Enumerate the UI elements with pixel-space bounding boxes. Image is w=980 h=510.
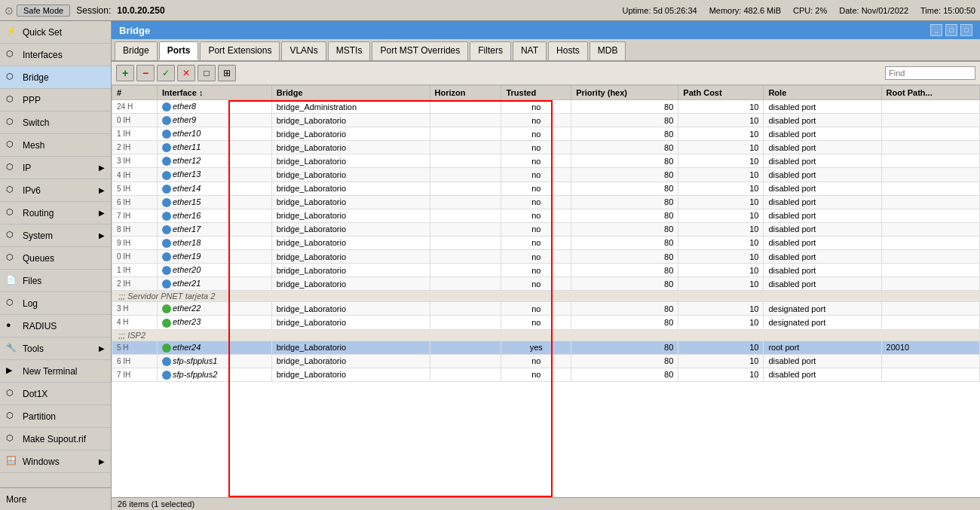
safe-mode-button[interactable]: Safe Mode [17,5,70,17]
sidebar-item-interfaces[interactable]: ⬡ Interfaces [0,44,111,66]
tab-mdb[interactable]: MDB [590,41,626,60]
sidebar-item-system[interactable]: ⬡ System ▶ [0,224,111,247]
table-row[interactable]: 4 IH ether13 bridge_Laboratorio no 80 10… [112,168,980,182]
table-row[interactable]: 3 H ether22 bridge_Laboratorio no 80 10 … [112,302,980,316]
sidebar-item-windows[interactable]: 🪟 Windows ▶ [0,450,111,473]
cell-role: disabled port [764,154,881,168]
tab-ports[interactable]: Ports [159,41,199,60]
remove-button[interactable]: − [136,65,155,81]
table-row[interactable]: 6 IH ether15 bridge_Laboratorio no 80 10… [112,195,980,209]
tab-bridge[interactable]: Bridge [115,41,158,60]
sidebar-item-ip[interactable]: ⬡ IP ▶ [0,157,111,179]
tab-port-mst-overrides[interactable]: Port MST Overrides [372,41,468,60]
table-row[interactable]: 4 H ether23 bridge_Laboratorio no 80 10 … [112,316,980,329]
table-row[interactable]: 0 IH ether19 bridge_Laboratorio no 80 10… [112,250,980,264]
cell-role: disabled port [764,209,881,222]
cell-num: 4 H [112,316,158,329]
table-row[interactable]: 0 IH ether9 bridge_Laboratorio no 80 10 … [112,114,980,127]
sidebar-item-partition[interactable]: ⬡ Partition [0,405,111,428]
cell-interface: ether10 [157,127,271,141]
sidebar-item-radius[interactable]: ● RADIUS [0,315,111,337]
cell-priority: 80 [571,302,678,316]
sidebar-item-switch[interactable]: ⬡ Switch [0,111,111,134]
table-row[interactable]: 5 H ether24 bridge_Laboratorio yes 80 10… [112,341,980,354]
table-row[interactable]: 2 IH ether21 bridge_Laboratorio no 80 10… [112,277,980,291]
table-row[interactable]: 5 IH ether14 bridge_Laboratorio no 80 10… [112,182,980,195]
disable-button[interactable]: ✕ [177,65,195,81]
tab-vlans[interactable]: VLANs [281,41,326,60]
filter-button[interactable]: ⊞ [218,65,236,81]
cell-bridge: bridge_Administration [271,100,430,114]
tab-hosts[interactable]: Hosts [548,41,588,60]
table-row[interactable]: 7 IH sfp-sfpplus2 bridge_Laboratorio no … [112,368,980,381]
tab-filters[interactable]: Filters [470,41,511,60]
enable-button[interactable]: ✓ [157,65,175,81]
minimize-button[interactable]: _ [930,24,942,36]
sidebar-more-button[interactable]: More [0,487,111,510]
table-row[interactable]: 3 IH ether12 bridge_Laboratorio no 80 10… [112,154,980,168]
sidebar-label-switch: Switch [23,118,49,128]
cell-priority: 80 [571,341,678,354]
routing-icon: ⬡ [6,207,18,219]
tab-mstis[interactable]: MSTIs [328,41,371,60]
copy-button[interactable]: □ [198,65,216,81]
cell-num: 3 H [112,302,158,316]
table-row[interactable]: ;;; ISP2 [112,329,980,341]
maximize-button[interactable]: □ [960,24,972,36]
sidebar-item-ppp[interactable]: ⬡ PPP [0,89,111,111]
session-value: 10.0.20.250 [117,5,164,16]
table-row[interactable]: 7 IH ether16 bridge_Laboratorio no 80 10… [112,209,980,222]
table-row[interactable]: 24 H ether8 bridge_Administration no 80 … [112,100,980,114]
table-row[interactable]: 2 IH ether11 bridge_Laboratorio no 80 10… [112,141,980,154]
table-row[interactable]: 1 IH ether20 bridge_Laboratorio no 80 10… [112,264,980,277]
cell-num: 5 H [112,341,158,354]
cell-path-cost: 10 [678,316,764,329]
cell-bridge: bridge_Laboratorio [271,277,430,291]
cell-priority: 80 [571,209,678,222]
table-row[interactable]: 6 IH sfp-sfpplus1 bridge_Laboratorio no … [112,354,980,368]
restore-button[interactable]: □ [945,24,957,36]
cell-path-cost: 10 [678,222,764,236]
cell-trusted: no [501,250,571,264]
tab-port-extensions[interactable]: Port Extensions [200,41,280,60]
cell-trusted: no [501,195,571,209]
new-terminal-icon: ▶ [6,365,18,377]
table-row[interactable]: 8 IH ether17 bridge_Laboratorio no 80 10… [112,222,980,236]
cell-horizon [430,141,501,154]
col-header-interface[interactable]: Interface ↕ [157,86,271,100]
sidebar-item-bridge[interactable]: ⬡ Bridge [0,66,111,89]
sidebar-item-quick-set[interactable]: ⚡ Quick Set [0,21,111,44]
table-row[interactable]: 1 IH ether10 bridge_Laboratorio no 80 10… [112,127,980,141]
cell-num: 8 IH [112,222,158,236]
cell-root-path [881,302,979,316]
cell-root-path [881,168,979,182]
sidebar-item-new-terminal[interactable]: ▶ New Terminal [0,360,111,383]
table-row[interactable]: 9 IH ether18 bridge_Laboratorio no 80 10… [112,236,980,249]
sidebar-item-mesh[interactable]: ⬡ Mesh [0,134,111,157]
cell-bridge: bridge_Laboratorio [271,236,430,249]
table-row[interactable]: ;;; Servidor PNET tarjeta 2 [112,291,980,302]
cell-path-cost: 10 [678,168,764,182]
sidebar-item-tools[interactable]: 🔧 Tools ▶ [0,337,111,360]
sidebar-item-queues[interactable]: ⬡ Queues [0,247,111,270]
top-bar: ⊙ Safe Mode Session: 10.0.20.250 Uptime:… [0,0,980,21]
queues-icon: ⬡ [6,252,18,264]
cell-root-path [881,195,979,209]
add-button[interactable]: + [116,65,134,81]
sidebar-item-files[interactable]: 📄 Files [0,270,111,292]
ppp-icon: ⬡ [6,94,18,106]
sidebar-item-dot1x[interactable]: ⬡ Dot1X [0,383,111,405]
cell-horizon [430,250,501,264]
sidebar-item-log[interactable]: ⬡ Log [0,292,111,315]
cell-interface: ether24 [157,341,271,354]
cell-path-cost: 10 [678,236,764,249]
dot1x-icon: ⬡ [6,388,18,400]
sidebar-item-routing[interactable]: ⬡ Routing ▶ [0,202,111,224]
log-icon: ⬡ [6,298,18,310]
cell-path-cost: 10 [678,209,764,222]
sidebar-item-ipv6[interactable]: ⬡ IPv6 ▶ [0,179,111,202]
find-input[interactable] [885,66,975,80]
sidebar-item-make-supout[interactable]: ⬡ Make Supout.rif [0,428,111,450]
tab-nat[interactable]: NAT [513,41,547,60]
cell-trusted: no [501,127,571,141]
